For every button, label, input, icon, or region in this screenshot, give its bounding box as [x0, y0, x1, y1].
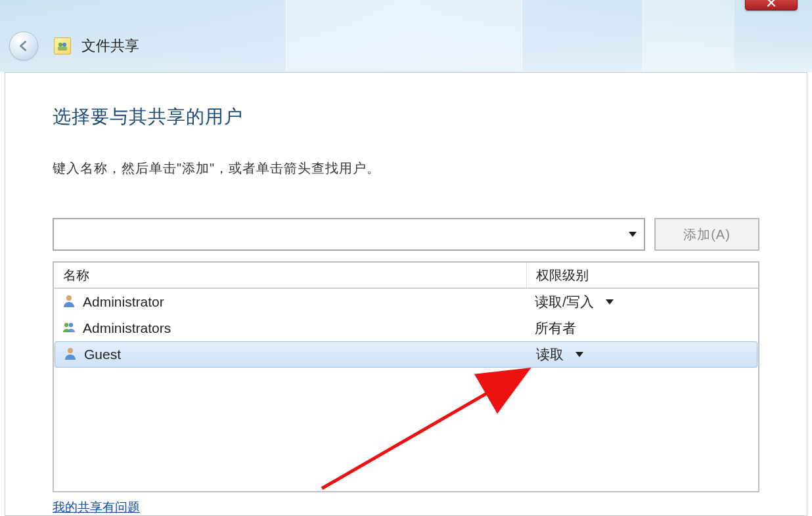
user-icon — [63, 346, 78, 364]
add-button[interactable]: 添加(A) — [654, 218, 759, 251]
user-input[interactable] — [54, 219, 620, 249]
cell-name: Guest — [55, 346, 528, 364]
permission-label: 所有者 — [535, 319, 576, 337]
svg-point-3 — [66, 295, 72, 301]
close-button[interactable] — [745, 0, 798, 11]
window-background-panel-2 — [643, 0, 734, 71]
permission-label: 读取/写入 — [535, 293, 594, 311]
chevron-down-icon — [629, 232, 637, 237]
window-background-panel — [286, 0, 522, 71]
svg-point-5 — [69, 322, 73, 326]
dialog-panel: 选择要与其共享的用户 键入名称，然后单击"添加"，或者单击箭头查找用户。 添加(… — [5, 72, 807, 516]
table-row[interactable]: Guest读取 — [55, 341, 757, 368]
users-group-icon — [62, 320, 76, 337]
user-combobox[interactable] — [53, 218, 645, 251]
svg-point-0 — [58, 43, 62, 47]
cell-permission: 所有者 — [527, 319, 758, 337]
svg-rect-2 — [58, 47, 67, 51]
table-row[interactable]: Administrator读取/写入 — [54, 289, 758, 315]
dialog-header: 文件共享 — [9, 32, 139, 60]
svg-point-1 — [62, 43, 66, 47]
chevron-down-icon — [575, 352, 583, 357]
close-icon — [767, 0, 776, 7]
user-name-label: Guest — [84, 347, 121, 362]
permission-label: 读取 — [536, 345, 564, 364]
cell-name: Administrator — [54, 293, 527, 311]
chevron-down-icon — [606, 299, 614, 305]
cell-name: Administrators — [54, 320, 527, 337]
col-name[interactable]: 名称 — [54, 263, 527, 288]
back-button[interactable] — [9, 32, 38, 60]
user-name-label: Administrator — [83, 294, 164, 310]
table-body: Administrator读取/写入Administrators所有者Guest… — [54, 289, 758, 491]
dialog-heading: 选择要与其共享的用户 — [53, 104, 759, 129]
user-icon — [62, 293, 76, 311]
svg-point-6 — [68, 348, 73, 353]
svg-point-4 — [64, 322, 68, 326]
add-button-label: 添加(A) — [683, 226, 731, 244]
cell-permission[interactable]: 读取/写入 — [527, 293, 758, 311]
table-header: 名称 权限级别 — [54, 263, 758, 289]
user-dropdown-button[interactable] — [620, 219, 644, 249]
file-share-icon — [54, 37, 71, 54]
table-row[interactable]: Administrators所有者 — [54, 315, 758, 341]
help-link[interactable]: 我的共享有问题 — [53, 499, 140, 516]
cell-permission[interactable]: 读取 — [528, 345, 757, 364]
col-permission[interactable]: 权限级别 — [527, 263, 758, 288]
dialog-title: 文件共享 — [81, 36, 139, 56]
dialog-subtext: 键入名称，然后单击"添加"，或者单击箭头查找用户。 — [53, 160, 759, 177]
permissions-table: 名称 权限级别 Administrator读取/写入Administrators… — [53, 261, 759, 492]
arrow-left-icon — [16, 39, 31, 53]
user-name-label: Administrators — [83, 320, 171, 336]
